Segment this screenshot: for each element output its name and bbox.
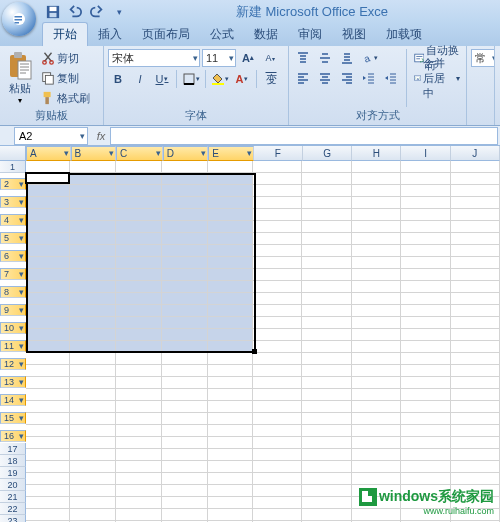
cell[interactable] xyxy=(302,473,351,485)
align-bottom-icon[interactable] xyxy=(337,49,357,67)
cell[interactable] xyxy=(162,257,207,269)
cell[interactable] xyxy=(208,329,253,341)
cell[interactable] xyxy=(26,293,70,305)
cell[interactable] xyxy=(208,317,253,329)
cell[interactable] xyxy=(26,437,70,449)
cell[interactable] xyxy=(70,461,115,473)
cell[interactable] xyxy=(302,389,351,401)
cell[interactable] xyxy=(401,509,450,521)
cell[interactable] xyxy=(162,389,207,401)
cell[interactable] xyxy=(451,401,500,413)
cell[interactable] xyxy=(302,353,351,365)
cell[interactable] xyxy=(26,329,70,341)
cell[interactable] xyxy=(352,497,401,509)
row-header-7[interactable]: 7 xyxy=(0,268,26,280)
cell[interactable] xyxy=(451,233,500,245)
cell[interactable] xyxy=(162,269,207,281)
cell[interactable] xyxy=(70,389,115,401)
row-header-4[interactable]: 4 xyxy=(0,214,26,226)
cell[interactable] xyxy=(162,197,207,209)
cell[interactable] xyxy=(401,233,450,245)
cell[interactable] xyxy=(451,197,500,209)
font-size-select[interactable]: 11 xyxy=(202,49,236,67)
tab-addins[interactable]: 加载项 xyxy=(376,23,432,46)
row-header-1[interactable]: 1 xyxy=(0,161,26,173)
cell[interactable] xyxy=(116,293,162,305)
cell[interactable] xyxy=(401,389,450,401)
cell[interactable] xyxy=(352,269,401,281)
cell[interactable] xyxy=(208,209,253,221)
cell[interactable] xyxy=(162,317,207,329)
cell[interactable] xyxy=(116,485,162,497)
row-header-3[interactable]: 3 xyxy=(0,196,26,208)
cell[interactable] xyxy=(302,185,351,197)
cell[interactable] xyxy=(208,233,253,245)
cell[interactable] xyxy=(401,185,450,197)
italic-button[interactable]: I xyxy=(130,70,150,88)
cell[interactable] xyxy=(26,341,70,353)
cell[interactable] xyxy=(116,473,162,485)
cell[interactable] xyxy=(302,401,351,413)
row-header-22[interactable]: 22 xyxy=(0,503,26,515)
cell[interactable] xyxy=(162,293,207,305)
cell[interactable] xyxy=(451,281,500,293)
cell[interactable] xyxy=(70,257,115,269)
cell[interactable] xyxy=(401,245,450,257)
cut-button[interactable]: 剪切 xyxy=(39,49,92,67)
cell[interactable] xyxy=(116,257,162,269)
cell[interactable] xyxy=(116,197,162,209)
cell[interactable] xyxy=(451,257,500,269)
cell[interactable] xyxy=(208,185,253,197)
name-box[interactable]: A2 xyxy=(14,127,88,145)
cell[interactable] xyxy=(26,197,70,209)
cell[interactable] xyxy=(208,401,253,413)
row-header-12[interactable]: 12 xyxy=(0,358,26,370)
cell[interactable] xyxy=(253,209,302,221)
cell[interactable] xyxy=(302,245,351,257)
cell[interactable] xyxy=(70,473,115,485)
cell[interactable] xyxy=(253,449,302,461)
cell[interactable] xyxy=(70,401,115,413)
cell[interactable] xyxy=(116,281,162,293)
cell[interactable] xyxy=(208,293,253,305)
cell[interactable] xyxy=(302,365,351,377)
cell[interactable] xyxy=(253,365,302,377)
cell[interactable] xyxy=(26,413,70,425)
row-header-10[interactable]: 10 xyxy=(0,322,26,334)
cell[interactable] xyxy=(451,305,500,317)
cell[interactable] xyxy=(352,485,401,497)
cell[interactable] xyxy=(451,329,500,341)
column-header-F[interactable]: F xyxy=(254,146,303,161)
row-header-14[interactable]: 14 xyxy=(0,394,26,406)
cell[interactable] xyxy=(162,221,207,233)
cell[interactable] xyxy=(116,161,162,173)
cell[interactable] xyxy=(116,209,162,221)
cell[interactable] xyxy=(116,173,162,185)
cell[interactable] xyxy=(401,425,450,437)
cell[interactable] xyxy=(208,281,253,293)
fill-color-button[interactable] xyxy=(210,70,230,88)
row-header-19[interactable]: 19 xyxy=(0,467,26,479)
cell[interactable] xyxy=(451,437,500,449)
cell[interactable] xyxy=(70,425,115,437)
cell[interactable] xyxy=(352,317,401,329)
cell[interactable] xyxy=(401,401,450,413)
cell[interactable] xyxy=(70,449,115,461)
copy-button[interactable]: 复制 xyxy=(39,69,92,87)
cell[interactable] xyxy=(26,473,70,485)
cell[interactable] xyxy=(352,209,401,221)
cell[interactable] xyxy=(208,449,253,461)
cell[interactable] xyxy=(70,485,115,497)
cell[interactable] xyxy=(302,425,351,437)
cell[interactable] xyxy=(253,221,302,233)
cell[interactable] xyxy=(253,425,302,437)
cell[interactable] xyxy=(401,341,450,353)
cell[interactable] xyxy=(302,173,351,185)
cell[interactable] xyxy=(302,329,351,341)
cell[interactable] xyxy=(253,329,302,341)
cell[interactable] xyxy=(253,509,302,521)
cell[interactable] xyxy=(401,281,450,293)
cell[interactable] xyxy=(162,281,207,293)
cell[interactable] xyxy=(302,305,351,317)
align-top-icon[interactable] xyxy=(293,49,313,67)
